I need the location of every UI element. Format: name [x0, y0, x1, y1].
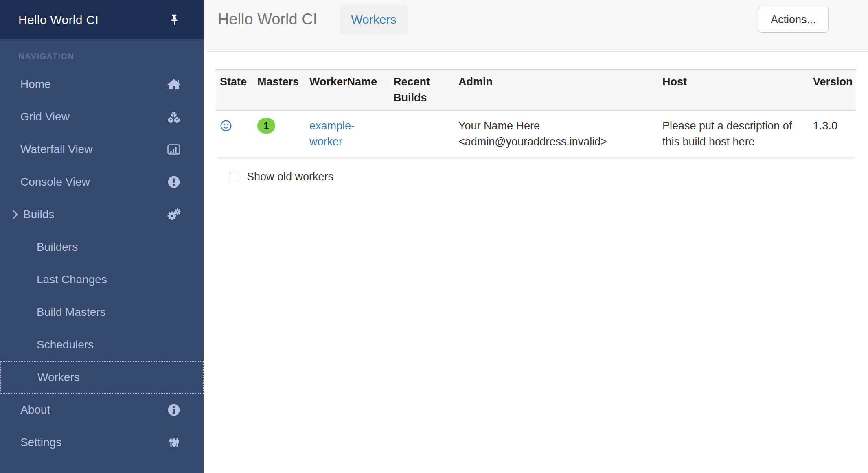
- masters-count-badge: 1: [257, 118, 275, 134]
- chevron-right-icon: [12, 210, 19, 219]
- info-circle-icon: [167, 403, 181, 417]
- col-header-version: Version: [809, 70, 856, 110]
- page-title: Hello World CI: [218, 5, 317, 33]
- sidebar-item-schedulers[interactable]: Schedulers: [0, 328, 204, 361]
- sidebar-item-home[interactable]: Home: [0, 68, 204, 101]
- sidebar-item-last-changes[interactable]: Last Changes: [0, 263, 204, 296]
- sidebar-item-label: Builds: [23, 208, 54, 221]
- col-header-host: Host: [658, 70, 809, 110]
- worker-version-cell: 1.3.0: [809, 110, 856, 158]
- worker-admin-cell: Your Name Here <admin@youraddress.invali…: [454, 110, 658, 158]
- show-old-workers-checkbox[interactable]: [229, 172, 239, 182]
- sidebar-item-label: Home: [20, 78, 51, 91]
- worker-name-cell: example-worker: [305, 110, 389, 158]
- buildbot-workers-page: { "sidebar": { "brand": "Hello World CI"…: [0, 0, 868, 473]
- nav-section-label: NAVIGATION: [18, 52, 204, 61]
- worker-row: 1 example-worker Your Name Here <admin@y…: [216, 110, 856, 158]
- col-header-masters: Masters: [253, 70, 305, 110]
- sidebar-item-label: About: [20, 403, 50, 416]
- show-old-workers-label[interactable]: Show old workers: [247, 171, 333, 183]
- col-header-admin: Admin: [454, 70, 658, 110]
- workers-table: State Masters WorkerName Recent Builds A…: [216, 69, 856, 158]
- smiley-face-icon: [220, 120, 232, 132]
- sidebar-item-builds[interactable]: Builds: [0, 198, 204, 231]
- col-header-state: State: [216, 70, 253, 110]
- col-header-recent-builds: Recent Builds: [389, 70, 454, 110]
- sidebar-item-label: Grid View: [20, 110, 70, 123]
- sidebar: Hello World CI NAVIGATION Home Grid View: [0, 0, 204, 473]
- home-icon: [167, 77, 181, 91]
- sidebar-item-label: Last Changes: [37, 273, 107, 286]
- sidebar-item-label: Waterfall View: [20, 143, 92, 156]
- actions-button[interactable]: Actions...: [758, 7, 829, 33]
- workers-table-container: State Masters WorkerName Recent Builds A…: [216, 69, 856, 183]
- top-header-bar: Hello World CI Workers Actions...: [204, 0, 868, 52]
- cubes-icon: [167, 110, 181, 124]
- sliders-icon: [167, 436, 181, 449]
- sidebar-item-build-masters[interactable]: Build Masters: [0, 296, 204, 328]
- sidebar-item-settings[interactable]: Settings: [0, 426, 204, 459]
- app-brand-link[interactable]: Hello World CI: [18, 13, 99, 27]
- sidebar-item-about[interactable]: About: [0, 394, 204, 426]
- main-content: Hello World CI Workers Actions... State …: [204, 0, 868, 473]
- sidebar-item-label: Workers: [37, 371, 80, 384]
- sidebar-item-grid-view[interactable]: Grid View: [0, 101, 204, 133]
- show-old-workers-row: Show old workers: [229, 171, 856, 183]
- worker-recent-builds-cell: [389, 110, 454, 158]
- sidebar-item-builders[interactable]: Builders: [0, 231, 204, 263]
- worker-masters-cell: 1: [253, 110, 305, 158]
- bar-chart-icon: [167, 142, 181, 156]
- pin-sidebar-icon[interactable]: [167, 13, 181, 27]
- cogs-icon: [167, 208, 181, 221]
- exclamation-circle-icon: [167, 175, 181, 189]
- col-header-workername: WorkerName: [305, 70, 389, 110]
- worker-name-link[interactable]: example-worker: [309, 120, 355, 148]
- worker-host-cell: Please put a description of this build h…: [658, 110, 809, 158]
- sidebar-item-console-view[interactable]: Console View: [0, 166, 204, 198]
- sidebar-item-label: Schedulers: [37, 338, 94, 351]
- sidebar-header: Hello World CI: [0, 0, 204, 39]
- sidebar-item-label: Console View: [20, 175, 90, 188]
- sidebar-item-waterfall-view[interactable]: Waterfall View: [0, 133, 204, 166]
- sidebar-item-label: Build Masters: [37, 306, 106, 319]
- table-header-row: State Masters WorkerName Recent Builds A…: [216, 70, 856, 110]
- sidebar-item-label: Builders: [37, 241, 78, 254]
- sidebar-item-workers[interactable]: Workers: [0, 361, 204, 394]
- sidebar-nav: Home Grid View: [0, 68, 204, 459]
- breadcrumb-workers-tab[interactable]: Workers: [340, 5, 408, 34]
- worker-state-cell: [216, 110, 253, 158]
- sidebar-item-label: Settings: [20, 436, 61, 449]
